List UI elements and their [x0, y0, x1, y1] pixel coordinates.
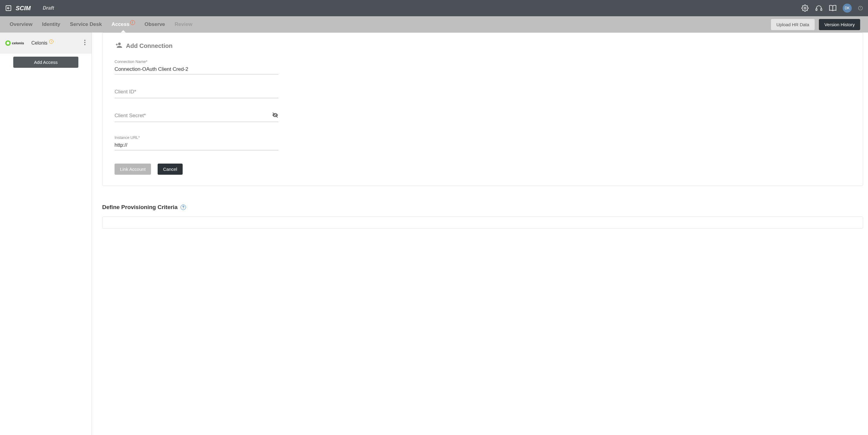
sidebar-item-label: Celonis — [31, 40, 47, 46]
nav-bar: Overview Identity Service Desk Access ! … — [0, 16, 868, 33]
draft-status: Draft — [43, 5, 54, 11]
avatar[interactable]: DK — [843, 4, 852, 13]
svg-rect-3 — [821, 9, 822, 10]
client-secret-label[interactable]: Client Secret* — [115, 111, 278, 122]
version-history-button[interactable]: Version History — [819, 19, 860, 30]
page-title: SCIM — [16, 5, 31, 12]
svg-point-10 — [84, 44, 86, 45]
tab-label: Observe — [145, 22, 165, 27]
nav-tabs: Overview Identity Service Desk Access ! … — [5, 16, 197, 33]
svg-rect-2 — [816, 9, 817, 10]
client-id-label[interactable]: Client ID* — [115, 88, 278, 98]
tab-label: Identity — [42, 22, 60, 27]
svg-text:celonis: celonis — [12, 41, 24, 45]
alert-icon[interactable] — [858, 5, 863, 11]
card-title: Add Connection — [126, 42, 173, 49]
connection-name-label: Connection Name* — [115, 59, 278, 64]
add-connection-card: Add Connection Connection Name* Client I… — [102, 33, 863, 186]
cancel-button[interactable]: Cancel — [158, 164, 183, 175]
connection-name-field: Connection Name* — [115, 59, 278, 74]
sidebar: celonis Celonis ! Add Access — [0, 33, 92, 435]
main-area: celonis Celonis ! Add Access Add Connect… — [0, 33, 868, 435]
sidebar-item-celonis[interactable]: celonis Celonis ! — [0, 33, 92, 54]
visibility-off-icon[interactable] — [272, 112, 278, 120]
back-icon[interactable] — [5, 4, 12, 12]
instance-url-field: Instance URL* — [115, 135, 278, 150]
top-icons: DK — [801, 4, 863, 13]
book-icon[interactable] — [829, 4, 837, 12]
gear-icon[interactable] — [801, 4, 809, 12]
client-secret-field: Client Secret* — [115, 111, 278, 122]
tab-observe[interactable]: Observe — [140, 16, 170, 33]
upload-hr-data-button[interactable]: Upload HR Data — [771, 19, 815, 30]
svg-point-8 — [84, 40, 86, 41]
top-bar: SCIM Draft DK — [0, 0, 868, 16]
add-access-button[interactable]: Add Access — [13, 57, 79, 68]
provisioning-heading-text: Define Provisioning Criteria — [102, 204, 178, 210]
provisioning-card — [102, 216, 863, 229]
tab-label: Review — [175, 22, 193, 27]
svg-point-9 — [84, 42, 86, 43]
person-add-icon — [115, 41, 122, 50]
tab-access[interactable]: Access ! — [107, 16, 140, 33]
headset-icon[interactable] — [815, 4, 823, 12]
tab-overview[interactable]: Overview — [5, 16, 37, 33]
tab-review[interactable]: Review — [170, 16, 197, 33]
help-icon[interactable]: ? — [181, 205, 186, 210]
kebab-menu-icon[interactable] — [83, 39, 87, 47]
client-id-field: Client ID* — [115, 88, 278, 98]
provisioning-heading: Define Provisioning Criteria ? — [102, 204, 863, 210]
celonis-logo-icon: celonis — [5, 39, 28, 47]
tab-label: Access — [112, 22, 130, 27]
link-account-button[interactable]: Link Account — [115, 164, 151, 175]
tab-label: Overview — [10, 22, 33, 27]
tab-label: Service Desk — [70, 22, 102, 27]
alert-badge-icon: ! — [130, 20, 135, 25]
instance-url-input[interactable] — [115, 141, 278, 150]
instance-url-label: Instance URL* — [115, 135, 278, 140]
warning-badge-icon: ! — [49, 39, 53, 44]
tab-service-desk[interactable]: Service Desk — [65, 16, 107, 33]
svg-point-6 — [7, 41, 9, 44]
nav-buttons: Upload HR Data Version History — [771, 16, 863, 33]
svg-point-1 — [804, 7, 806, 9]
connection-name-input[interactable] — [115, 65, 278, 74]
content: Add Connection Connection Name* Client I… — [92, 33, 868, 435]
svg-point-11 — [118, 42, 121, 45]
tab-identity[interactable]: Identity — [37, 16, 65, 33]
